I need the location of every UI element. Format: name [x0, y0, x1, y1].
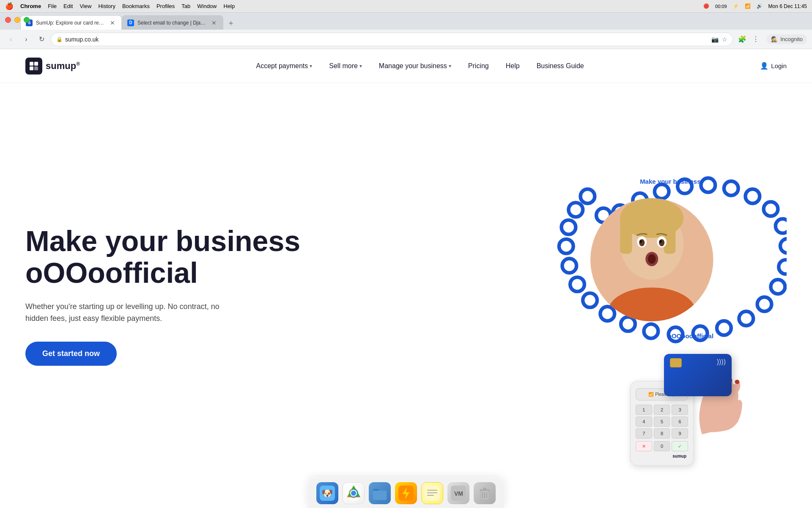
reader-key-8: 8 — [654, 428, 670, 439]
svg-point-21 — [644, 324, 658, 339]
nav-accept-payments[interactable]: Accept payments ▾ — [256, 62, 313, 70]
hero-section: Make your business oOOoofficial Whether … — [0, 83, 812, 508]
user-icon: 👤 — [760, 62, 768, 70]
back-button[interactable]: ‹ — [5, 33, 17, 45]
incognito-icon: 🕵 — [771, 36, 778, 42]
bookmark-icon[interactable]: ☆ — [722, 36, 727, 43]
svg-point-6 — [655, 185, 669, 199]
sell-more-chevron-icon: ▾ — [359, 63, 362, 69]
tab-django-title: Select email to change | Djang... — [137, 20, 207, 26]
nav-right-icons: 🧩 ⋮ — [736, 33, 762, 45]
svg-rect-0 — [30, 62, 33, 66]
svg-point-25 — [570, 277, 584, 292]
menubar-window[interactable]: Window — [197, 3, 217, 9]
incognito-button[interactable]: 🕵 Incognito — [767, 34, 807, 44]
extensions-icon[interactable]: 🧩 — [736, 33, 748, 45]
address-bar[interactable]: 🔒 sumup.co.uk 📷 ☆ — [51, 33, 733, 46]
svg-point-31 — [596, 208, 611, 223]
menubar-help[interactable]: Help — [224, 3, 235, 9]
accept-payments-chevron-icon: ▾ — [310, 63, 312, 69]
dock-folder[interactable] — [369, 482, 391, 504]
tab-django-close[interactable]: ✕ — [210, 19, 218, 27]
svg-rect-73 — [480, 489, 490, 491]
wifi-icon: 📶 — [745, 3, 751, 9]
menubar-tab[interactable]: Tab — [181, 3, 190, 9]
site-header: sumup® Accept payments ▾ Sell more ▾ Man… — [0, 49, 812, 83]
reader-key-7: 7 — [636, 428, 652, 439]
new-tab-button[interactable]: ＋ — [225, 17, 237, 29]
site-nav: Accept payments ▾ Sell more ▾ Manage you… — [80, 62, 760, 70]
dock-vmware[interactable]: VM — [447, 482, 469, 504]
svg-point-41 — [637, 236, 647, 247]
svg-point-43 — [639, 239, 645, 246]
chrome-navbar: ‹ › ↻ 🔒 sumup.co.uk 📷 ☆ 🧩 ⋮ 🕵 Incognito — [0, 30, 812, 49]
reader-brand-text: sumup — [672, 454, 686, 458]
login-button[interactable]: 👤 Login — [760, 62, 787, 70]
dock-trash[interactable] — [474, 482, 496, 504]
menubar-history[interactable]: History — [98, 3, 115, 9]
reload-button[interactable]: ↻ — [36, 33, 47, 45]
window-maximize-button[interactable] — [24, 17, 30, 23]
svg-text:🐶: 🐶 — [321, 488, 333, 499]
svg-rect-67 — [427, 490, 437, 491]
svg-text:oOOoooofficial: oOOoooofficial — [668, 332, 713, 340]
svg-point-8 — [701, 178, 716, 193]
tab-sumup[interactable]: S SumUp: Explore our card read... ✕ — [20, 15, 122, 30]
tab-sumup-close[interactable]: ✕ — [109, 19, 116, 27]
dock-notes[interactable] — [421, 482, 443, 504]
nav-manage-business[interactable]: Manage your business ▾ — [379, 62, 451, 70]
get-started-button[interactable]: Get started now — [25, 342, 117, 366]
credit-card: )))) — [664, 354, 732, 396]
svg-point-45 — [639, 240, 642, 243]
tab-django[interactable]: D Select email to change | Djang... ✕ — [122, 15, 223, 30]
chrome-window: S SumUp: Explore our card read... ✕ D Se… — [0, 13, 812, 508]
nav-sell-more[interactable]: Sell more ▾ — [329, 62, 362, 70]
dock-finder[interactable]: 🐶 — [316, 482, 338, 504]
menubar-profiles[interactable]: Profiles — [156, 3, 175, 9]
battery-charging-icon: 🔴 — [703, 3, 709, 9]
svg-point-14 — [779, 260, 787, 274]
forward-button[interactable]: › — [20, 33, 32, 45]
traffic-lights — [5, 17, 30, 23]
svg-point-37 — [620, 208, 683, 280]
address-bar-icons: 📷 ☆ — [711, 36, 727, 43]
dock-lightning[interactable] — [395, 482, 417, 504]
svg-point-46 — [659, 240, 662, 243]
svg-point-27 — [559, 239, 573, 254]
website-content: sumup® Accept payments ▾ Sell more ▾ Man… — [0, 49, 812, 508]
apple-logo-icon[interactable]: 🍎 — [5, 2, 14, 10]
bolt-icon: ⚡ — [733, 3, 739, 9]
reader-key-5: 5 — [654, 417, 670, 427]
window-minimize-button[interactable] — [14, 17, 20, 23]
nav-help[interactable]: Help — [506, 62, 520, 70]
svg-point-62 — [351, 491, 356, 496]
svg-point-22 — [621, 317, 635, 331]
svg-point-30 — [581, 189, 595, 204]
menubar-file[interactable]: File — [48, 3, 57, 9]
nav-pricing[interactable]: Pricing — [468, 62, 489, 70]
svg-point-28 — [562, 220, 576, 235]
credit-card-container: )))) — [677, 358, 761, 436]
svg-point-20 — [669, 327, 683, 342]
window-close-button[interactable] — [5, 17, 11, 23]
menubar-bookmarks[interactable]: Bookmarks — [122, 3, 150, 9]
hero-title-line2: oOOoofficial — [25, 257, 198, 289]
svg-point-38 — [620, 198, 683, 238]
lock-icon: 🔒 — [56, 36, 63, 42]
menubar-app-name[interactable]: Chrome — [20, 3, 41, 9]
menubar-view[interactable]: View — [80, 3, 91, 9]
address-url: sumup.co.uk — [65, 36, 709, 43]
tab-django-favicon: D — [127, 19, 134, 26]
svg-point-12 — [776, 219, 787, 233]
nav-business-guide[interactable]: Business Guide — [537, 62, 584, 70]
menubar-edit[interactable]: Edit — [63, 3, 73, 9]
svg-point-17 — [739, 312, 754, 326]
sumup-logo[interactable]: sumup® — [25, 58, 80, 75]
camera-off-icon[interactable]: 📷 — [711, 36, 719, 43]
contactless-icon: )))) — [717, 358, 726, 366]
svg-rect-63 — [373, 491, 387, 500]
dock-chrome[interactable] — [343, 482, 365, 504]
svg-point-23 — [600, 306, 614, 321]
chrome-menu-icon[interactable]: ⋮ — [750, 33, 762, 45]
svg-point-48 — [648, 254, 656, 264]
